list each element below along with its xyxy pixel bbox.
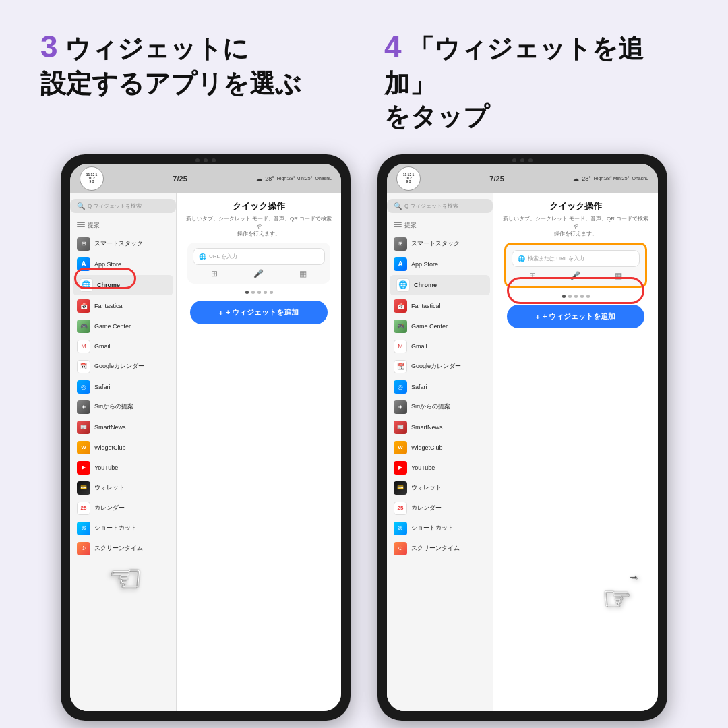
sidebar-item-gamecenter[interactable]: 🎮 Game Center xyxy=(70,316,176,336)
right-sidebar-item-smartstack[interactable]: ⊞ スマートスタック xyxy=(387,234,493,254)
left-cameras xyxy=(195,158,216,162)
right-chrome-input[interactable]: 🌐 検索または URL を入力 xyxy=(512,250,640,267)
dot-3 xyxy=(257,291,261,294)
right-sidebar-item-siri[interactable]: ◈ Siriからの提案 xyxy=(387,397,493,417)
step4-subtext: をタップ xyxy=(384,102,489,131)
right-dot-5 xyxy=(586,295,590,298)
sidebar-item-youtube[interactable]: ▶ YouTube xyxy=(70,458,176,478)
left-screen-content: 🔍 Q ウィジェットを検索 提案 ⊞ スマートスタック A xyxy=(70,193,341,711)
right-search[interactable]: 🔍 Q ウィジェットを検索 xyxy=(387,199,493,213)
right-sidebar-item-widgetclub[interactable]: W WidgetClub xyxy=(387,437,493,458)
dot-4 xyxy=(264,291,267,294)
right-action-grid[interactable]: ⊞ xyxy=(529,271,536,280)
left-widget-desc: 新しいタブ、シークレット モード、音声、QR コードで検索や操作を行えます。 xyxy=(183,215,334,238)
right-sidebar-item-gamecenter[interactable]: 🎮 Game Center xyxy=(387,316,493,336)
right-sidebar-item-fantastical[interactable]: 📅 Fantastical xyxy=(387,296,493,316)
right-add-label: + ウィジェットを追加 xyxy=(543,311,615,322)
left-main-panel: クイック操作 新しいタブ、シークレット モード、音声、QR コードで検索や操作を… xyxy=(177,193,341,711)
left-date: 7/25 xyxy=(173,175,187,183)
left-status-left: 11 12 1 10 2 9 3 xyxy=(80,166,104,191)
right-search-icon: 🔍 xyxy=(394,202,402,210)
left-search[interactable]: 🔍 Q ウィジェットを検索 xyxy=(70,199,176,213)
sidebar-item-label-widgetclub: WidgetClub xyxy=(94,444,126,451)
right-action-qr[interactable]: ▦ xyxy=(615,271,622,280)
right-wallet-icon: 💳 xyxy=(394,481,407,495)
right-sidebar-item-googlecal[interactable]: 📆 Googleカレンダー xyxy=(387,357,493,377)
right-sidebar-item-safari[interactable]: ◎ Safari xyxy=(387,377,493,397)
right-screen-content: 🔍 Q ウィジェットを検索 提案 ⊞ スマートスタック A xyxy=(387,193,658,711)
sidebar-item-label-youtube: YouTube xyxy=(94,464,118,471)
smartnews-icon: 📰 xyxy=(77,421,90,434)
right-cameras xyxy=(512,158,533,162)
right-sidebar-item-chrome[interactable]: 🌐 Chrome xyxy=(390,275,490,295)
right-sidebar-item-wallet[interactable]: 💳 ウォレット xyxy=(387,478,493,498)
sidebar-item-label-safari: Safari xyxy=(94,384,111,390)
siri-icon: ◈ xyxy=(77,400,90,414)
right-sidebar-item-shortcut[interactable]: ⌘ ショートカット xyxy=(387,518,493,539)
dot-1 xyxy=(245,291,249,294)
sidebar-item-siri[interactable]: ◈ Siriからの提案 xyxy=(70,397,176,417)
left-action-qr[interactable]: ▦ xyxy=(299,269,307,278)
shortcut-icon: ⌘ xyxy=(77,522,90,535)
right-add-widget-button[interactable]: + + ウィジェットを追加 xyxy=(507,305,644,328)
step4-text: 「ウィジェットを追加」 xyxy=(384,34,644,98)
wallet-icon: 💳 xyxy=(77,481,90,495)
right-dot-2 xyxy=(568,295,572,298)
right-widgetclub-icon: W xyxy=(394,441,407,454)
sidebar-item-widgetclub[interactable]: W WidgetClub xyxy=(70,437,176,458)
right-sidebar-item-youtube[interactable]: ▶ YouTube xyxy=(387,458,493,478)
sidebar-item-label-googlecal: Googleカレンダー xyxy=(94,362,144,371)
left-chrome-placeholder: URL を入力 xyxy=(209,253,237,260)
calendar-icon: 25 xyxy=(77,502,90,515)
right-googlecal-icon: 📆 xyxy=(394,360,407,373)
sidebar-item-googlecal[interactable]: 📆 Googleカレンダー xyxy=(70,357,176,377)
dot-2 xyxy=(251,291,255,294)
right-sidebar-item-calendar[interactable]: 25 カレンダー xyxy=(387,498,493,518)
right-sidebar-item-appstore[interactable]: A App Store xyxy=(387,254,493,274)
right-weather-brand: OhashL xyxy=(632,176,648,181)
right-weather-detail: High:28° Min:25° xyxy=(594,176,630,181)
right-dot-1 xyxy=(562,295,566,298)
googlecal-icon: 📆 xyxy=(77,360,90,373)
sidebar-item-smartstack[interactable]: ⊞ スマートスタック xyxy=(70,234,176,254)
sidebar-item-wallet[interactable]: 💳 ウォレット xyxy=(70,478,176,498)
step4-number: 4 xyxy=(384,29,402,64)
sidebar-item-chrome[interactable]: 🌐 Chrome xyxy=(73,275,173,295)
sidebar-item-label-screentime: スクリーンタイム xyxy=(94,544,143,553)
sidebar-item-shortcut[interactable]: ⌘ ショートカット xyxy=(70,518,176,539)
right-smartnews-icon: 📰 xyxy=(394,421,407,434)
fantastical-icon: 📅 xyxy=(77,299,90,313)
left-clock: 11 12 1 10 2 9 3 xyxy=(80,166,104,191)
sidebar-item-fantastical[interactable]: 📅 Fantastical xyxy=(70,296,176,316)
sidebar-item-smartnews[interactable]: 📰 SmartNews xyxy=(70,417,176,437)
right-screentime-icon: ⏱ xyxy=(394,542,407,555)
left-widget-title: クイック操作 xyxy=(183,200,334,212)
right-clock: 11 12 1 10 2 9 3 xyxy=(396,166,421,191)
sidebar-item-gmail[interactable]: M Gmail xyxy=(70,336,176,357)
sidebar-item-label-gamecenter: Game Center xyxy=(94,323,131,330)
right-search-text: Q ウィジェットを検索 xyxy=(404,202,458,210)
sidebar-item-calendar[interactable]: 25 カレンダー xyxy=(70,498,176,518)
sidebar-item-safari[interactable]: ◎ Safari xyxy=(70,377,176,397)
right-sidebar-item-screentime[interactable]: ⏱ スクリーンタイム xyxy=(387,539,493,559)
left-add-widget-button[interactable]: + + ウィジェットを追加 xyxy=(190,301,328,324)
hand-cursor-left: ☞ xyxy=(109,556,143,600)
left-section-suggest: 提案 xyxy=(88,221,100,230)
left-chrome-actions: ⊞ 🎤 ▦ xyxy=(193,269,325,278)
right-sidebar-header: 提案 xyxy=(387,218,493,234)
sidebar-item-appstore[interactable]: A App Store xyxy=(70,254,176,274)
tablets-container: 11 12 1 10 2 9 3 7/25 ☁ 28° High:28° Min… xyxy=(0,148,728,721)
right-widget-desc: 新しいタブ、シークレット モード、音声、QR コードで検索や操作を行えます。 xyxy=(500,215,651,238)
left-dots xyxy=(183,291,334,294)
left-chrome-input[interactable]: 🌐 URL を入力 xyxy=(193,248,325,265)
right-action-mic[interactable]: 🎤 xyxy=(570,271,580,280)
right-weather: ☁ 28° High:28° Min:25° OhashL xyxy=(573,175,648,182)
left-ipad: 11 12 1 10 2 9 3 7/25 ☁ 28° High:28° Min… xyxy=(61,154,351,721)
header: 3 ウィジェットに 設定するアプリを選ぶ 4 「ウィジェットを追加」 をタップ xyxy=(0,0,728,148)
right-sidebar-item-gmail[interactable]: M Gmail xyxy=(387,336,493,357)
right-siri-icon: ◈ xyxy=(394,400,407,414)
right-sidebar-item-smartnews[interactable]: 📰 SmartNews xyxy=(387,417,493,437)
left-action-mic[interactable]: 🎤 xyxy=(253,269,264,278)
screentime-icon: ⏱ xyxy=(77,542,90,555)
left-action-grid[interactable]: ⊞ xyxy=(211,269,218,278)
